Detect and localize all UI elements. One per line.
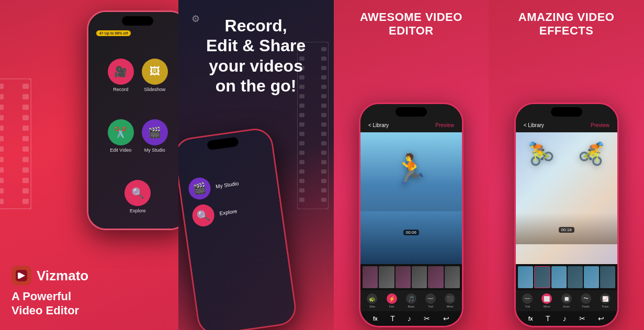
svg-rect-57 bbox=[321, 151, 326, 155]
svg-rect-43 bbox=[299, 179, 304, 183]
thumb-6 bbox=[445, 266, 460, 288]
preview-btn-3: Preview bbox=[435, 122, 454, 128]
filmstrip-decoration bbox=[0, 78, 31, 209]
panel3-title: AWESOME VIDEO EDITOR bbox=[352, 0, 470, 46]
promo-icon: 🏷 bbox=[99, 31, 103, 35]
dynamic-island-2 bbox=[207, 136, 239, 150]
thumb-4-4 bbox=[568, 266, 583, 288]
studio-icon-2: 🎬 bbox=[187, 176, 211, 201]
svg-rect-39 bbox=[299, 141, 304, 145]
thumb-5 bbox=[428, 266, 443, 288]
thumb-4-1 bbox=[518, 266, 533, 288]
editor4-toolbar: 〰 Trail ⬜ Mirror 🔲 Zoom 〜 bbox=[516, 290, 617, 311]
toolbar-item-mirror: ⬛ Mirror bbox=[445, 293, 455, 308]
svg-rect-2 bbox=[0, 94, 4, 99]
toolbar4-item-trail: 〰 Trail bbox=[522, 293, 533, 308]
record-label: Record bbox=[113, 87, 128, 92]
svg-rect-52 bbox=[321, 104, 326, 108]
studio-label: My Studio bbox=[144, 147, 165, 153]
fx-btn-3: fx bbox=[373, 316, 378, 322]
svg-rect-36 bbox=[299, 113, 304, 117]
svg-rect-44 bbox=[299, 188, 304, 192]
toolbar4-item-fluidic: 〜 Fluidic bbox=[581, 293, 591, 308]
thumb-4-2 bbox=[534, 266, 550, 288]
cut-btn-3: ✂ bbox=[424, 314, 430, 323]
svg-rect-12 bbox=[0, 199, 4, 204]
menu2-studio: 🎬 My Studio bbox=[187, 172, 240, 201]
svg-rect-45 bbox=[299, 198, 304, 202]
toolbar4-item-mirror: ⬜ Mirror bbox=[541, 293, 552, 308]
svg-rect-10 bbox=[0, 178, 4, 183]
zoom-icon-4: 🔲 bbox=[561, 293, 572, 304]
library-btn-4: < Library bbox=[524, 122, 544, 128]
svg-rect-58 bbox=[321, 160, 326, 164]
fluidic-icon-4: 〜 bbox=[581, 293, 591, 304]
phone2-menu: 🎬 My Studio 🔍 Explore bbox=[178, 159, 283, 236]
svg-rect-8 bbox=[0, 157, 4, 162]
fx-btn-4: fx bbox=[528, 316, 533, 322]
svg-rect-59 bbox=[321, 169, 326, 174]
text-btn-4: T bbox=[546, 314, 550, 323]
studio-icon: 🎬 bbox=[142, 119, 168, 145]
brand-tagline: A Powerful Video Editor bbox=[12, 290, 167, 317]
time-indicator-3: 00:06 bbox=[403, 230, 419, 235]
undo-btn-4: ↩ bbox=[598, 314, 604, 323]
svg-rect-24 bbox=[22, 199, 29, 204]
thumb-4 bbox=[412, 266, 427, 288]
thumb-3 bbox=[396, 266, 411, 288]
svg-rect-17 bbox=[22, 126, 29, 131]
svg-rect-22 bbox=[22, 178, 29, 183]
svg-rect-56 bbox=[321, 141, 326, 145]
undo-btn-3: ↩ bbox=[443, 314, 449, 323]
svg-rect-62 bbox=[321, 198, 326, 202]
toolbar-item-trail: 〰 Trail bbox=[425, 293, 436, 308]
music-btn-4: ♪ bbox=[563, 314, 567, 323]
explore-label: Explore bbox=[130, 208, 146, 213]
panel2-headline: Record, Edit & Share your videos on the … bbox=[178, 0, 334, 96]
text-btn-3: T bbox=[390, 314, 395, 323]
menu-item-record: 🎥 Record bbox=[108, 59, 134, 92]
record-edit-share-text: Record, Edit & Share your videos on the … bbox=[194, 16, 318, 96]
panel-brand: 🏷 Up to 96% off 🎥 Record 🖼 Slideshow ✂️ … bbox=[0, 0, 178, 330]
slow-icon: 🐢 bbox=[367, 293, 377, 304]
menu-item-explore: 🔍 Explore bbox=[125, 180, 151, 213]
svg-rect-18 bbox=[22, 136, 29, 141]
music-btn-3: ♪ bbox=[408, 314, 411, 323]
svg-rect-23 bbox=[22, 188, 29, 194]
svg-rect-37 bbox=[299, 122, 304, 127]
brand-name: Vizmato bbox=[37, 268, 88, 284]
editor3-bottombar: fx T ♪ ✂ ↩ bbox=[360, 311, 462, 326]
phone-editor-4-inner: < Library Preview 🚴 🚴 00:18 bbox=[516, 104, 617, 326]
jumper-figure: 🏃 bbox=[393, 152, 429, 186]
app-menu: 🎥 Record 🖼 Slideshow ✂️ Edit Video 🎬 My … bbox=[88, 43, 178, 229]
svg-rect-38 bbox=[299, 132, 304, 136]
menu-item-slideshow: 🖼 Slideshow bbox=[142, 59, 168, 92]
svg-rect-53 bbox=[321, 113, 326, 117]
beats-icon: 🎵 bbox=[406, 293, 416, 304]
thumb-2 bbox=[379, 266, 394, 288]
svg-rect-35 bbox=[299, 104, 304, 108]
panel3-content: AWESOME VIDEO EDITOR < Library Preview 🏃… bbox=[334, 0, 489, 330]
dynamic-island bbox=[122, 16, 153, 26]
thumb-1 bbox=[363, 266, 378, 288]
thumb-4-6 bbox=[600, 266, 615, 288]
svg-rect-61 bbox=[321, 188, 326, 192]
edit-label: Edit Video bbox=[110, 147, 131, 153]
phone-editor-3: < Library Preview 🏃 00:06 bbox=[359, 103, 464, 327]
svg-rect-55 bbox=[321, 132, 326, 136]
panel4-title: AMAZING VIDEO EFFECTS bbox=[511, 0, 623, 46]
svg-rect-1 bbox=[0, 84, 4, 89]
slideshow-icon: 🖼 bbox=[142, 59, 168, 85]
pulse-icon-4: 📈 bbox=[600, 293, 611, 304]
panel-amazing-effects: AMAZING VIDEO EFFECTS < Library Preview … bbox=[489, 0, 644, 330]
phone-editor-4: < Library Preview 🚴 🚴 00:18 bbox=[514, 103, 619, 327]
explore-icon: 🔍 bbox=[125, 180, 151, 206]
editor3-toolbar: 🐢 Slow ⚡ Fast 🎵 Beats 〰 bbox=[360, 290, 462, 311]
toolbar-item-fast: ⚡ Fast bbox=[387, 293, 397, 308]
fast-icon: ⚡ bbox=[387, 293, 397, 304]
svg-rect-4 bbox=[0, 115, 4, 120]
svg-rect-3 bbox=[0, 105, 4, 110]
preview-btn-4: Preview bbox=[591, 122, 609, 128]
mirror-icon: ⬛ bbox=[445, 293, 455, 304]
explore-icon-2: 🔍 bbox=[191, 203, 216, 227]
